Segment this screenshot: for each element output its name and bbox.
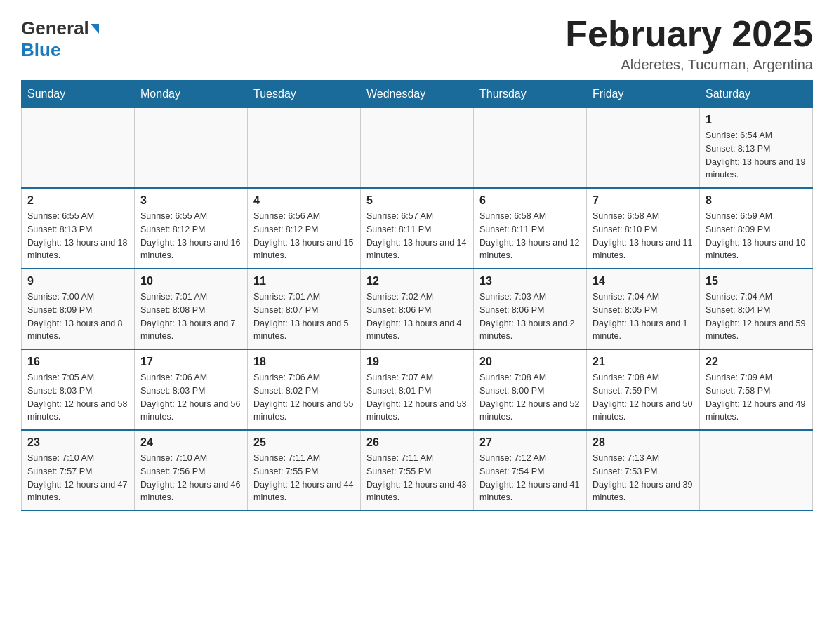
calendar-cell: 27Sunrise: 7:12 AMSunset: 7:54 PMDayligh… bbox=[474, 430, 587, 511]
day-number: 17 bbox=[140, 356, 241, 368]
day-info: Sunrise: 7:01 AMSunset: 8:07 PMDaylight:… bbox=[253, 290, 355, 343]
day-info: Sunrise: 6:55 AMSunset: 8:12 PMDaylight:… bbox=[140, 210, 241, 262]
day-info: Sunrise: 6:56 AMSunset: 8:12 PMDaylight:… bbox=[253, 210, 355, 262]
day-number: 5 bbox=[366, 194, 468, 207]
day-info: Sunrise: 6:55 AMSunset: 8:13 PMDaylight:… bbox=[27, 210, 128, 262]
day-info: Sunrise: 7:10 AMSunset: 7:56 PMDaylight:… bbox=[140, 452, 241, 504]
day-info: Sunrise: 6:58 AMSunset: 8:10 PMDaylight:… bbox=[593, 210, 694, 262]
page-header: General Blue February 2025 Alderetes, Tu… bbox=[21, 14, 813, 73]
logo: General Blue bbox=[21, 14, 100, 61]
calendar-cell: 10Sunrise: 7:01 AMSunset: 8:08 PMDayligh… bbox=[135, 269, 248, 349]
day-info: Sunrise: 7:07 AMSunset: 8:01 PMDaylight:… bbox=[366, 371, 468, 424]
day-number: 22 bbox=[706, 356, 807, 368]
weekday-header-friday: Friday bbox=[587, 81, 700, 108]
calendar-cell: 4Sunrise: 6:56 AMSunset: 8:12 PMDaylight… bbox=[248, 188, 361, 269]
calendar-cell: 16Sunrise: 7:05 AMSunset: 8:03 PMDayligh… bbox=[22, 349, 135, 430]
day-info: Sunrise: 7:11 AMSunset: 7:55 PMDaylight:… bbox=[366, 452, 468, 504]
day-number: 12 bbox=[366, 275, 468, 288]
calendar-cell: 22Sunrise: 7:09 AMSunset: 7:58 PMDayligh… bbox=[700, 349, 813, 430]
calendar-cell: 13Sunrise: 7:03 AMSunset: 8:06 PMDayligh… bbox=[474, 269, 587, 349]
day-info: Sunrise: 7:01 AMSunset: 8:08 PMDaylight:… bbox=[140, 290, 241, 343]
calendar-cell bbox=[248, 108, 361, 189]
calendar-cell: 20Sunrise: 7:08 AMSunset: 8:00 PMDayligh… bbox=[474, 349, 587, 430]
day-number: 14 bbox=[593, 275, 694, 288]
day-info: Sunrise: 6:57 AMSunset: 8:11 PMDaylight:… bbox=[366, 210, 468, 262]
calendar-cell: 18Sunrise: 7:06 AMSunset: 8:02 PMDayligh… bbox=[248, 349, 361, 430]
day-info: Sunrise: 7:04 AMSunset: 8:04 PMDaylight:… bbox=[706, 290, 807, 343]
day-number: 19 bbox=[366, 356, 468, 368]
day-info: Sunrise: 7:08 AMSunset: 7:59 PMDaylight:… bbox=[593, 371, 694, 424]
calendar-cell: 8Sunrise: 6:59 AMSunset: 8:09 PMDaylight… bbox=[700, 188, 813, 269]
day-number: 23 bbox=[27, 436, 128, 449]
day-info: Sunrise: 7:00 AMSunset: 8:09 PMDaylight:… bbox=[27, 290, 128, 343]
day-number: 11 bbox=[253, 275, 355, 288]
weekday-header-saturday: Saturday bbox=[700, 81, 813, 108]
month-title: February 2025 bbox=[565, 14, 813, 54]
logo-blue: Blue bbox=[21, 39, 60, 61]
day-info: Sunrise: 7:09 AMSunset: 7:58 PMDaylight:… bbox=[706, 371, 807, 424]
day-info: Sunrise: 7:05 AMSunset: 8:03 PMDaylight:… bbox=[27, 371, 128, 424]
calendar-cell: 6Sunrise: 6:58 AMSunset: 8:11 PMDaylight… bbox=[474, 188, 587, 269]
calendar-cell: 1Sunrise: 6:54 AMSunset: 8:13 PMDaylight… bbox=[700, 108, 813, 189]
calendar-cell bbox=[700, 430, 813, 511]
calendar-cell bbox=[361, 108, 474, 189]
logo-general: General bbox=[21, 18, 89, 39]
weekday-header-thursday: Thursday bbox=[474, 81, 587, 108]
calendar-cell: 14Sunrise: 7:04 AMSunset: 8:05 PMDayligh… bbox=[587, 269, 700, 349]
calendar-cell: 28Sunrise: 7:13 AMSunset: 7:53 PMDayligh… bbox=[587, 430, 700, 511]
calendar-cell bbox=[22, 108, 135, 189]
day-number: 4 bbox=[253, 194, 355, 207]
week-row-1: 1Sunrise: 6:54 AMSunset: 8:13 PMDaylight… bbox=[22, 108, 813, 189]
day-number: 1 bbox=[706, 114, 807, 126]
day-number: 21 bbox=[593, 356, 694, 368]
day-number: 15 bbox=[706, 275, 807, 288]
calendar-cell bbox=[587, 108, 700, 189]
day-number: 13 bbox=[479, 275, 581, 288]
calendar-cell: 15Sunrise: 7:04 AMSunset: 8:04 PMDayligh… bbox=[700, 269, 813, 349]
day-info: Sunrise: 6:58 AMSunset: 8:11 PMDaylight:… bbox=[479, 210, 581, 262]
day-number: 8 bbox=[706, 194, 807, 207]
day-info: Sunrise: 7:08 AMSunset: 8:00 PMDaylight:… bbox=[479, 371, 581, 424]
day-number: 7 bbox=[593, 194, 694, 207]
week-row-5: 23Sunrise: 7:10 AMSunset: 7:57 PMDayligh… bbox=[22, 430, 813, 511]
day-number: 3 bbox=[140, 194, 241, 207]
day-number: 24 bbox=[140, 436, 241, 449]
day-info: Sunrise: 7:04 AMSunset: 8:05 PMDaylight:… bbox=[593, 290, 694, 343]
day-number: 16 bbox=[27, 356, 128, 368]
weekday-header-row: SundayMondayTuesdayWednesdayThursdayFrid… bbox=[22, 81, 813, 108]
weekday-header-wednesday: Wednesday bbox=[361, 81, 474, 108]
calendar-cell: 5Sunrise: 6:57 AMSunset: 8:11 PMDaylight… bbox=[361, 188, 474, 269]
calendar-cell: 9Sunrise: 7:00 AMSunset: 8:09 PMDaylight… bbox=[22, 269, 135, 349]
calendar-cell: 11Sunrise: 7:01 AMSunset: 8:07 PMDayligh… bbox=[248, 269, 361, 349]
calendar-cell bbox=[474, 108, 587, 189]
day-info: Sunrise: 7:11 AMSunset: 7:55 PMDaylight:… bbox=[253, 452, 355, 504]
day-info: Sunrise: 6:54 AMSunset: 8:13 PMDaylight:… bbox=[706, 129, 807, 182]
week-row-2: 2Sunrise: 6:55 AMSunset: 8:13 PMDaylight… bbox=[22, 188, 813, 269]
day-number: 25 bbox=[253, 436, 355, 449]
calendar-cell: 23Sunrise: 7:10 AMSunset: 7:57 PMDayligh… bbox=[22, 430, 135, 511]
calendar-cell: 21Sunrise: 7:08 AMSunset: 7:59 PMDayligh… bbox=[587, 349, 700, 430]
calendar-cell: 26Sunrise: 7:11 AMSunset: 7:55 PMDayligh… bbox=[361, 430, 474, 511]
day-info: Sunrise: 6:59 AMSunset: 8:09 PMDaylight:… bbox=[706, 210, 807, 262]
day-info: Sunrise: 7:10 AMSunset: 7:57 PMDaylight:… bbox=[27, 452, 128, 504]
day-info: Sunrise: 7:02 AMSunset: 8:06 PMDaylight:… bbox=[366, 290, 468, 343]
day-number: 27 bbox=[479, 436, 581, 449]
calendar-cell: 2Sunrise: 6:55 AMSunset: 8:13 PMDaylight… bbox=[22, 188, 135, 269]
weekday-header-tuesday: Tuesday bbox=[248, 81, 361, 108]
calendar-table: SundayMondayTuesdayWednesdayThursdayFrid… bbox=[21, 80, 813, 511]
calendar-cell bbox=[135, 108, 248, 189]
logo-text: General bbox=[21, 18, 100, 39]
week-row-3: 9Sunrise: 7:00 AMSunset: 8:09 PMDaylight… bbox=[22, 269, 813, 349]
day-number: 26 bbox=[366, 436, 468, 449]
day-number: 2 bbox=[27, 194, 128, 207]
calendar-cell: 12Sunrise: 7:02 AMSunset: 8:06 PMDayligh… bbox=[361, 269, 474, 349]
day-number: 18 bbox=[253, 356, 355, 368]
calendar-cell: 25Sunrise: 7:11 AMSunset: 7:55 PMDayligh… bbox=[248, 430, 361, 511]
day-info: Sunrise: 7:12 AMSunset: 7:54 PMDaylight:… bbox=[479, 452, 581, 504]
day-number: 28 bbox=[593, 436, 694, 449]
calendar-cell: 19Sunrise: 7:07 AMSunset: 8:01 PMDayligh… bbox=[361, 349, 474, 430]
calendar-cell: 17Sunrise: 7:06 AMSunset: 8:03 PMDayligh… bbox=[135, 349, 248, 430]
day-number: 6 bbox=[479, 194, 581, 207]
day-info: Sunrise: 7:06 AMSunset: 8:02 PMDaylight:… bbox=[253, 371, 355, 424]
title-section: February 2025 Alderetes, Tucuman, Argent… bbox=[565, 14, 813, 73]
